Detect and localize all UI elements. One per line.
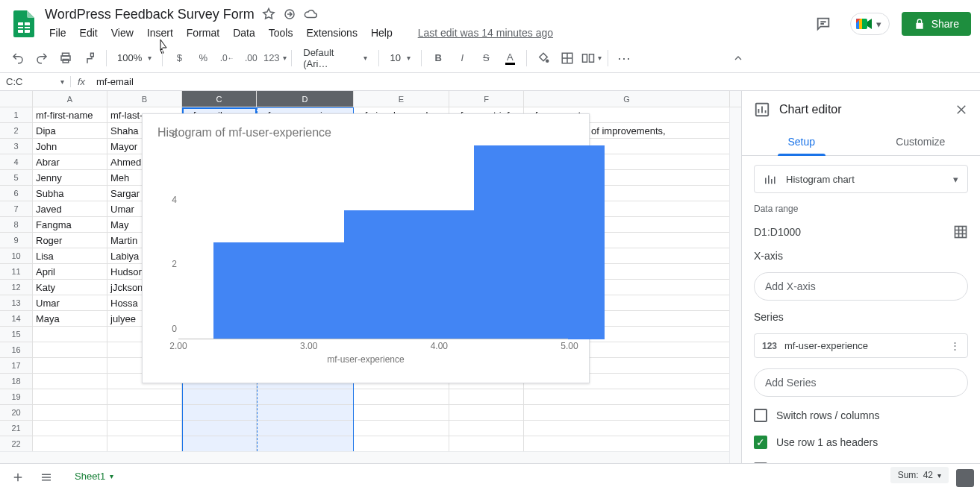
cell[interactable] [33,327,107,342]
cell[interactable] [33,421,107,436]
cell[interactable] [33,358,107,374]
chart-type-select[interactable]: Histogram chart ▾ [754,165,968,193]
bold-button[interactable]: B [428,48,449,69]
col-header-c[interactable]: C [182,91,257,107]
col-header-g[interactable]: G [524,91,730,107]
row-header[interactable]: 21 [0,421,33,436]
cell[interactable] [182,389,257,405]
cell[interactable]: Abrar [33,154,107,170]
cell[interactable]: Jenny [33,170,107,186]
row-header[interactable]: 1 [0,107,33,123]
cell[interactable]: Javed [33,201,107,217]
redo-button[interactable] [31,48,52,69]
cell[interactable] [182,405,257,421]
tab-customize[interactable]: Customize [861,128,981,155]
cell[interactable] [33,342,107,358]
last-edit-link[interactable]: Last edit was 14 minutes ago [418,27,553,39]
zoom-select[interactable]: 100% [113,52,156,63]
menu-extensions[interactable]: Extensions [300,24,363,42]
horizontal-scrollbar[interactable] [0,451,729,463]
menu-view[interactable]: View [105,24,140,42]
cell[interactable]: Lisa [33,248,107,264]
print-button[interactable] [55,48,76,69]
cell[interactable] [182,421,257,436]
number-format-select[interactable]: 123 [264,48,285,69]
col-header-a[interactable]: A [33,91,107,107]
currency-button[interactable]: $ [169,48,190,69]
cell[interactable]: Fangma [33,217,107,233]
row-header[interactable]: 11 [0,264,33,280]
row-header[interactable]: 20 [0,405,33,421]
status-chip[interactable]: Sum: 42 ▾ [890,467,949,483]
increase-decimal-button[interactable]: .00 [240,48,261,69]
tab-setup[interactable]: Setup [742,128,861,155]
sheets-logo[interactable] [9,9,39,39]
cell[interactable] [524,436,730,452]
cell[interactable] [257,405,354,421]
decrease-decimal-button[interactable]: .0← [216,48,237,69]
paint-format-button[interactable] [79,48,100,69]
percent-button[interactable]: % [193,48,213,69]
series-more-icon[interactable]: ⋮ [950,340,960,351]
select-all-corner[interactable] [0,91,33,107]
cell[interactable] [33,405,107,421]
cloud-status-icon[interactable] [304,7,317,21]
cell[interactable] [354,436,449,452]
row-header[interactable]: 8 [0,217,33,233]
row-header[interactable]: 19 [0,389,33,405]
cell[interactable] [524,389,730,405]
row-header[interactable]: 14 [0,311,33,327]
menu-help[interactable]: Help [365,24,399,42]
cell[interactable] [182,436,257,452]
row-header[interactable]: 13 [0,295,33,311]
cell[interactable] [449,389,524,405]
close-icon[interactable] [955,103,968,116]
cell[interactable] [33,436,107,452]
menu-format[interactable]: Format [181,24,225,42]
row-header[interactable]: 12 [0,280,33,295]
chart-overlay[interactable]: Histogram of mf-user-experience 0246 2.0… [142,113,590,383]
row-header[interactable]: 9 [0,233,33,248]
cell[interactable] [354,405,449,421]
cell[interactable] [33,374,107,389]
italic-button[interactable]: I [452,48,472,69]
cell[interactable]: April [33,264,107,280]
cell[interactable]: Katy [33,280,107,295]
row-header[interactable]: 22 [0,436,33,452]
undo-button[interactable] [7,48,28,69]
meet-button[interactable]: ▾ [850,13,890,35]
cell[interactable]: Dipa [33,123,107,139]
collapse-toolbar-button[interactable] [728,48,749,69]
text-color-button[interactable]: A [499,48,520,69]
row-header[interactable]: 4 [0,154,33,170]
cell[interactable] [354,389,449,405]
row-header[interactable]: 3 [0,139,33,154]
vertical-scrollbar[interactable] [729,107,741,463]
borders-button[interactable] [557,48,578,69]
menu-file[interactable]: File [43,24,72,42]
row-header[interactable]: 6 [0,186,33,201]
font-size-select[interactable]: 10 [385,50,415,66]
cell[interactable] [354,421,449,436]
col-header-b[interactable]: B [107,91,182,107]
fill-color-button[interactable] [533,48,554,69]
add-series-button[interactable]: Add Series [754,368,968,397]
col-header-d[interactable]: D [257,91,354,107]
add-xaxis-button[interactable]: Add X-axis [754,272,968,301]
cell[interactable]: John [33,139,107,154]
font-select[interactable]: Default (Ari… [298,45,372,72]
row-header[interactable]: 15 [0,327,33,342]
use-row1-checkbox[interactable]: ✓ Use row 1 as headers [754,434,968,450]
strikethrough-button[interactable]: S [475,48,496,69]
row-header[interactable]: 16 [0,342,33,358]
add-sheet-button[interactable] [7,467,28,488]
cell[interactable]: Umar [33,295,107,311]
cell[interactable]: Roger [33,233,107,248]
cell[interactable] [107,421,182,436]
col-header-f[interactable]: F [449,91,524,107]
row-header[interactable]: 17 [0,358,33,374]
menu-edit[interactable]: Edit [74,24,104,42]
cell[interactable] [524,421,730,436]
cell[interactable] [107,405,182,421]
cell[interactable] [257,436,354,452]
